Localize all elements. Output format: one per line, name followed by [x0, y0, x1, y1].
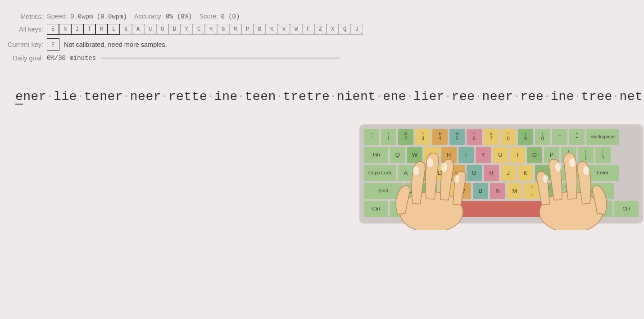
backspace-key: Backspace	[586, 129, 619, 145]
key: <,	[524, 183, 540, 199]
key: *8	[501, 129, 516, 145]
key: ^6	[467, 129, 482, 145]
current-key-status: Not calibrated, need more samples.	[64, 41, 167, 48]
key-chip[interactable]: X	[327, 24, 339, 35]
key-chip[interactable]: G	[217, 24, 229, 35]
capslock-key: Caps Lock	[364, 165, 396, 181]
key: O	[527, 147, 542, 163]
shift-key: Shift	[576, 183, 614, 199]
key-chip[interactable]: M	[229, 24, 241, 35]
key-chip[interactable]: Z	[314, 24, 327, 35]
key: )0	[535, 129, 550, 145]
daily-goal-bar	[101, 57, 340, 59]
ctrl-key: Ctrl	[364, 201, 388, 217]
key-chip[interactable]: I	[71, 24, 83, 35]
key: !1	[381, 129, 396, 145]
key: >.	[541, 183, 557, 199]
key: H	[484, 165, 499, 181]
tab-key: Tab	[364, 147, 388, 163]
key-chip[interactable]: U	[144, 24, 156, 35]
key: R	[441, 147, 457, 163]
shift-key: Shift	[364, 183, 403, 199]
key: T	[458, 147, 474, 163]
key: %5	[449, 129, 465, 145]
key-chip[interactable]: T	[83, 24, 95, 35]
all-keys-list: ENITRLSAUODYCHGMPBKVWFZXQJ	[47, 24, 363, 35]
key-chip[interactable]: Q	[339, 24, 351, 35]
key: #3	[415, 129, 431, 145]
key: ~`	[364, 129, 379, 145]
key-chip[interactable]: P	[241, 24, 254, 35]
key: }]	[578, 147, 594, 163]
key-chip[interactable]: B	[254, 24, 266, 35]
key-chip[interactable]: N	[59, 24, 71, 35]
accuracy-value: 0% (0%)	[166, 13, 192, 20]
key	[597, 201, 612, 217]
enter-key: Enter	[586, 165, 619, 181]
keyboard: ~`!1@2#3$4%5^6&7*8(9)0_-+=Backspace TabQ…	[359, 124, 643, 223]
key-chip[interactable]: E	[47, 24, 59, 35]
key-chip[interactable]: D	[168, 24, 181, 35]
key: |\	[595, 147, 611, 163]
ctrl-key: Ctrl	[614, 201, 639, 217]
key: $4	[432, 129, 448, 145]
key: A	[398, 165, 413, 181]
all-keys-label: All keys:	[5, 26, 47, 33]
key-chip[interactable]: W	[290, 24, 302, 35]
key: X	[422, 183, 437, 199]
accuracy-label: Accuracy:	[134, 13, 163, 20]
key: N	[490, 183, 505, 199]
key: S	[415, 165, 431, 181]
key-chip[interactable]: J	[351, 24, 363, 35]
score-label: Score:	[199, 13, 218, 20]
current-key-box: E	[47, 38, 59, 51]
score-value: 0 (0)	[221, 13, 240, 20]
key: :;	[552, 165, 567, 181]
main-area: SETTINGS... Metrics: Speed: 0.0wpm (0.0w…	[0, 0, 644, 319]
key-chip[interactable]: O	[156, 24, 168, 35]
key-chip[interactable]: S	[120, 24, 132, 35]
typing-text[interactable]: ener·lie·tener·neer·rette·ine·teen·tretr…	[0, 65, 644, 106]
key: K	[518, 165, 533, 181]
key: &7	[484, 129, 499, 145]
key: ?/	[558, 183, 574, 199]
key: B	[473, 183, 488, 199]
altgr-key: Alt Gr	[571, 201, 595, 217]
key: (9	[518, 129, 533, 145]
metrics-section: Metrics: Speed: 0.0wpm (0.0wpm) Accuracy…	[0, 0, 644, 62]
key: F	[449, 165, 465, 181]
key: Z	[404, 183, 420, 199]
key-chip[interactable]: Y	[181, 24, 193, 35]
key: C	[439, 183, 454, 199]
key-chip[interactable]: K	[266, 24, 278, 35]
key: M	[507, 183, 522, 199]
key: L	[535, 165, 550, 181]
metrics-label: Metrics:	[5, 13, 47, 20]
key-chip[interactable]: L	[108, 24, 120, 35]
spacebar	[433, 201, 569, 217]
key: E	[424, 147, 440, 163]
key: +=	[569, 129, 585, 145]
key-chip[interactable]: F	[302, 24, 314, 35]
key-chip[interactable]: C	[193, 24, 205, 35]
key	[390, 201, 405, 217]
speed-label: Speed:	[47, 13, 68, 20]
key-chip[interactable]: R	[95, 24, 108, 35]
key: U	[493, 147, 508, 163]
key: Q	[390, 147, 405, 163]
key-chip[interactable]: H	[205, 24, 217, 35]
key	[407, 201, 431, 217]
daily-goal-label: Daily goal:	[5, 55, 47, 62]
key: G	[467, 165, 482, 181]
key-chip[interactable]: V	[278, 24, 290, 35]
key: J	[501, 165, 516, 181]
key: I	[510, 147, 525, 163]
daily-goal-value: 0%/30 minutes	[47, 55, 96, 62]
speed-value: 0.0wpm (0.0wpm)	[70, 13, 127, 20]
key: {[	[561, 147, 576, 163]
key: V	[456, 183, 471, 199]
key: D	[432, 165, 448, 181]
key-chip[interactable]: A	[132, 24, 144, 35]
key: @2	[398, 129, 413, 145]
key: W	[407, 147, 422, 163]
